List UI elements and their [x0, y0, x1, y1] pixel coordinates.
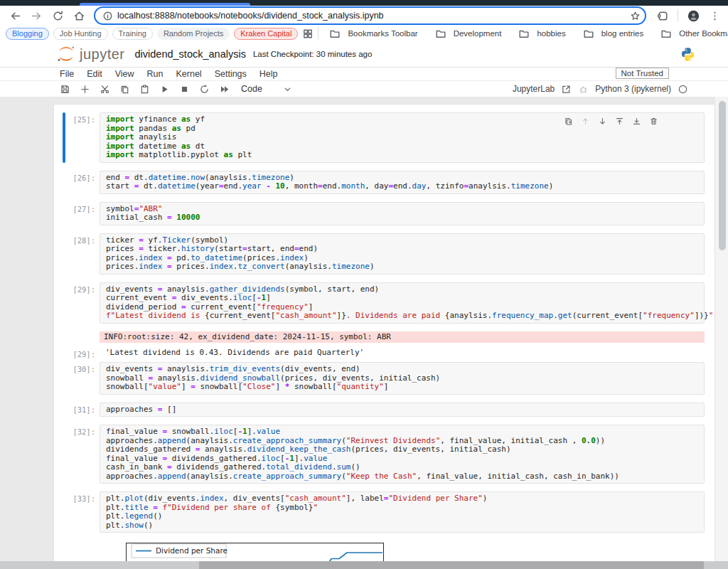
restart-icon[interactable] [199, 84, 210, 95]
bookmark-folder-bookmarks-toolbar[interactable]: Bookmarks Toolbar [325, 28, 417, 39]
bookmark-star-icon[interactable] [630, 11, 641, 21]
code-line: plt.show() [106, 521, 698, 531]
legend-label: Dividend per Share [156, 546, 228, 555]
kernel-status-icon [678, 84, 688, 95]
menu-kernel[interactable]: Kernel [170, 69, 208, 79]
bookmark-folder-label: blog entries [601, 29, 643, 38]
menu-edit[interactable]: Edit [80, 69, 109, 79]
copy-icon[interactable] [119, 84, 130, 95]
run-all-icon[interactable] [219, 84, 230, 95]
cell-input[interactable]: div_events = anaylsis.gather_dividends(s… [100, 282, 705, 324]
forward-icon[interactable] [30, 9, 43, 22]
cell-type-dropdown[interactable]: Code [241, 84, 262, 94]
external-link-icon[interactable] [561, 84, 572, 95]
bookmark-folder-label: hobbies [537, 29, 565, 38]
menu-file[interactable]: File [60, 69, 80, 79]
code-line: plt.legend() [106, 512, 698, 521]
move-up-icon[interactable] [581, 117, 590, 126]
profile-avatar[interactable] [687, 9, 700, 22]
cell-input[interactable]: plt.plot(div_events.index, div_events["c… [100, 491, 705, 533]
cell-input-prompt: [27]: [63, 202, 100, 225]
folder-icon [329, 28, 341, 39]
extensions-icon[interactable] [656, 9, 669, 22]
stderr-output: INFO:root:size: 42, ex_dividend_date: 20… [100, 331, 705, 344]
cut-icon[interactable] [100, 84, 110, 95]
tab-group-chip-training[interactable]: Training [112, 28, 153, 40]
code-line: plt.title = f"Dividend per share of {sym… [106, 504, 698, 513]
kernel-name[interactable]: Python 3 (ipykernel) [595, 84, 671, 94]
url-text[interactable]: localhost:8888/notebooks/notebooks/divid… [117, 11, 623, 21]
home-icon[interactable] [73, 9, 85, 22]
stop-icon[interactable] [179, 84, 190, 95]
code-cell: [33]:plt.plot(div_events.index, div_even… [63, 491, 705, 533]
horizontal-scrollbar-track[interactable] [0, 561, 728, 569]
folder-icon [518, 28, 530, 39]
duplicate-cell-icon[interactable] [564, 117, 573, 126]
insert-below-icon[interactable] [632, 117, 641, 126]
vertical-scrollbar-thumb[interactable] [719, 101, 726, 250]
jupyter-header: jupyter dividend_stock_analysis Last Che… [0, 41, 728, 68]
code-cell: [28]:ticker = yf.Ticker(symbol)prices = … [63, 233, 705, 275]
bookmark-folder-other-bookmarks[interactable]: Other Bookmarks [656, 28, 728, 39]
jupyter-logo [57, 46, 75, 63]
tab-group-chip-job-hunting[interactable]: Job Hunting [53, 28, 108, 40]
menu-settings[interactable]: Settings [208, 69, 253, 79]
bookmark-folder-label: Other Bookmarks [679, 29, 728, 38]
notebook-sheet: [25]:import yfinance as yfimport pandas … [53, 104, 715, 569]
reload-icon[interactable] [51, 9, 64, 22]
tab-group-chip-kraken-capital[interactable]: Kraken Capital [234, 28, 298, 40]
horizontal-scrollbar-thumb[interactable] [199, 561, 704, 569]
insert-above-icon[interactable] [615, 117, 624, 126]
cell-input-prompt: [30]: [63, 362, 100, 395]
checkpoint-status: Last Checkpoint: 30 minutes ago [253, 50, 373, 58]
code-line: initial_cash = 10000 [106, 213, 698, 223]
menu-help[interactable]: Help [253, 69, 284, 79]
code-cell: [31]:approaches = [] [63, 403, 705, 418]
cell-input[interactable]: symbol="ABR"initial_cash = 10000 [100, 202, 705, 225]
run-icon[interactable] [159, 84, 170, 95]
cell-input-prompt: [29]: [63, 282, 100, 324]
cell-input-prompt: [25]: [63, 112, 100, 163]
trust-indicator[interactable]: Not Trusted [616, 68, 669, 79]
jupyterlab-link[interactable]: JupyterLab [513, 84, 555, 94]
url-bar[interactable]: localhost:8888/notebooks/notebooks/divid… [94, 6, 646, 25]
cell-input[interactable]: approaches = [] [100, 403, 705, 418]
code-line: prices.index = prices.index.tz_convert(a… [106, 262, 698, 272]
cell-input-prompt: [33]: [63, 491, 100, 533]
notebook-title[interactable]: dividend_stock_analysis [135, 48, 246, 60]
move-down-icon[interactable] [598, 117, 607, 126]
code-cell: [32]:final_value = snowball.iloc[-1].val… [63, 425, 705, 484]
chevron-down-icon[interactable] [282, 84, 293, 95]
bookmark-folder-hobbies[interactable]: hobbies [514, 28, 565, 39]
page-info-icon[interactable] [102, 11, 113, 21]
browser-tab-strip [0, 0, 728, 6]
menu-run[interactable]: Run [141, 69, 170, 79]
paste-icon[interactable] [139, 84, 150, 95]
browser-menu-icon[interactable] [708, 9, 721, 22]
bookmark-folder-label: Development [454, 29, 502, 38]
tab-group-chip-blogging[interactable]: Blogging [6, 28, 49, 40]
cell-output-row: [29]:'Latest dividend is 0.43. Dividends… [63, 347, 705, 358]
cell-input[interactable]: end = dt.datetime.now(anaylsis.timezone)… [100, 171, 705, 194]
cell-input[interactable]: div_events = anaylsis.trim_div_events(di… [100, 362, 705, 395]
bookmark-folders: Bookmarks ToolbarDevelopmenthobbiesblog … [318, 28, 728, 39]
vertical-scrollbar-track[interactable] [715, 97, 728, 569]
delete-cell-icon[interactable] [649, 117, 658, 126]
save-icon[interactable] [60, 84, 70, 95]
tab-groups-icon[interactable] [302, 28, 314, 39]
back-icon[interactable] [9, 9, 21, 22]
notebook-content-area: [25]:import yfinance as yfimport pandas … [0, 97, 728, 569]
cell-input[interactable]: ticker = yf.Ticker(symbol)prices = ticke… [100, 233, 705, 275]
cell-toolbar [564, 117, 658, 126]
notebook-toolbar: Code JupyterLab Python 3 (ipykernel) [0, 81, 728, 97]
menu-view[interactable]: View [109, 69, 141, 79]
cell-input-prompt: [28]: [63, 233, 100, 275]
cell-input[interactable]: import yfinance as yfimport pandas as pd… [100, 112, 705, 163]
bookmark-folder-development[interactable]: Development [431, 28, 502, 39]
cell-input[interactable]: final_value = snowball.iloc[-1].valueapp… [100, 425, 705, 484]
tab-group-chips: BloggingJob HuntingTrainingRandom Projec… [6, 28, 298, 40]
debugger-bug-icon[interactable] [578, 84, 589, 95]
add-icon[interactable] [80, 84, 90, 95]
bookmark-folder-blog-entries[interactable]: blog entries [579, 28, 643, 39]
tab-group-chip-random-projects[interactable]: Random Projects [157, 28, 230, 40]
